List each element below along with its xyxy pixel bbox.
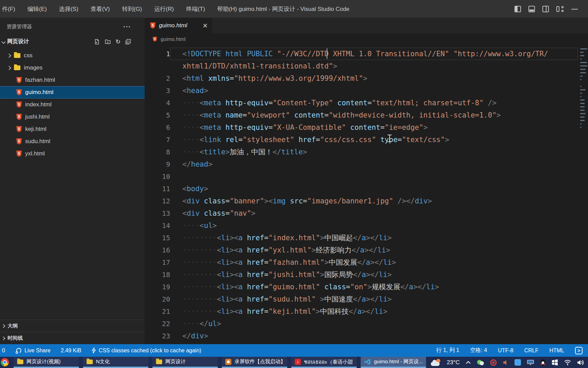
code-line[interactable]: 19········<li><a href="guimo.html" class… xyxy=(145,281,588,293)
taskbar-button[interactable]: 网页设计 xyxy=(152,357,218,368)
code-area[interactable]: 1<!DOCTYPE html PUBLIC "-//W3C//DTD XHTM… xyxy=(145,45,588,344)
code-line[interactable]: 2<html xmlns="http://www.w3.org/1999/xht… xyxy=(145,72,588,85)
tree-item[interactable]: images xyxy=(0,62,145,74)
tree-item[interactable]: sudu.html xyxy=(0,135,145,148)
toggle-panel-icon[interactable] xyxy=(528,6,535,12)
menu-item[interactable]: 运行(R) xyxy=(154,5,174,13)
toggle-secondary-sidebar-icon[interactable] xyxy=(542,6,549,12)
status-item[interactable]: 行 1, 列 1 xyxy=(436,347,459,354)
html-file-icon xyxy=(150,22,156,29)
sidebar-section-timeline[interactable]: 时间线 xyxy=(0,332,145,344)
temperature-label[interactable]: 23°C xyxy=(447,359,460,366)
file-tree: cssimagesfazhan.htmlguimo.htmlindex.html… xyxy=(0,48,145,160)
minimap[interactable] xyxy=(579,46,588,344)
new-file-icon[interactable] xyxy=(94,39,100,45)
taskbar-button[interactable]: guimo.html - 网页设... xyxy=(361,357,426,368)
code-line[interactable]: 9</head> xyxy=(145,158,588,170)
line-number: 6 xyxy=(145,121,170,134)
code-line[interactable]: 18········<li><a href="jushi.html">国际局势<… xyxy=(145,269,588,281)
code-line[interactable]: 23</div> xyxy=(145,330,588,342)
code-line[interactable]: 1<!DOCTYPE html PUBLIC "-//W3C//DTD XHTM… xyxy=(145,48,588,60)
mouse-ibeam-pointer xyxy=(387,134,392,143)
notes-app-icon[interactable] xyxy=(514,359,521,366)
code-text: ····<ul> xyxy=(170,219,578,232)
html-file-icon xyxy=(153,36,157,41)
volume-icon[interactable] xyxy=(577,359,584,366)
more-actions-icon[interactable]: ··· xyxy=(123,23,131,31)
tree-item[interactable]: keji.html xyxy=(0,123,145,135)
collapse-all-icon[interactable] xyxy=(125,39,131,45)
tray-expand-icon[interactable] xyxy=(466,361,471,364)
taskbar-button[interactable]: 网页设计(视频) xyxy=(14,357,79,368)
code-line[interactable]: 10 xyxy=(145,170,588,183)
tab-guimo[interactable]: guimo.html ✕ xyxy=(145,18,212,33)
wifi-icon[interactable] xyxy=(564,359,571,365)
defender-icon[interactable] xyxy=(552,359,558,366)
customize-layout-icon[interactable] xyxy=(556,6,564,12)
minimize-button[interactable] xyxy=(571,6,578,12)
tree-item[interactable]: jushi.html xyxy=(0,111,145,123)
code-line[interactable]: 17········<li><a href="fazhan.html">中国发展… xyxy=(145,256,588,269)
status-item[interactable]: Live Share xyxy=(15,347,51,354)
refresh-icon[interactable]: ↻ xyxy=(116,39,120,45)
code-line[interactable]: 4····<meta http-equiv="Content-Type" con… xyxy=(145,97,588,109)
code-line[interactable]: xhtml1/DTD/xhtml1-transitional.dtd"> xyxy=(145,60,588,72)
tree-item[interactable]: yxl.html xyxy=(0,148,145,160)
menu-item[interactable]: 件(F) xyxy=(2,5,15,13)
status-item[interactable]: 0 xyxy=(2,348,5,354)
chevron-right-icon xyxy=(1,324,5,328)
menu-item[interactable]: 终端(T) xyxy=(186,5,205,13)
code-line[interactable]: 16········<li><a href="yxl.html">经济影响力</… xyxy=(145,244,588,256)
code-line[interactable]: 5····<meta name="viewport" content="widt… xyxy=(145,109,588,121)
menu-item[interactable]: 转到(G) xyxy=(122,5,142,13)
code-line[interactable]: 6····<meta http-equiv="X-UA-Compatible" … xyxy=(145,121,588,134)
code-line[interactable]: 21········<li><a href="keji.html">中国科技</… xyxy=(145,305,588,318)
code-line[interactable]: 7····<link rel="stylesheet" href="css/cs… xyxy=(145,134,588,146)
menu-item[interactable]: 选择(S) xyxy=(59,5,78,13)
menu-item[interactable]: 查看(V) xyxy=(91,5,110,13)
taskbar-button[interactable]: N文化 xyxy=(83,357,148,368)
sidebar-section-outline[interactable]: 大纲 xyxy=(0,320,145,332)
code-line[interactable]: 12<div class="banner"><img src="images/b… xyxy=(145,195,588,207)
wechat-icon[interactable] xyxy=(477,359,484,366)
code-line[interactable]: 13<div class="nav"> xyxy=(145,207,588,219)
status-item[interactable]: CSS classes cached (click to cache again… xyxy=(92,347,201,354)
code-line[interactable]: 3<head> xyxy=(145,85,588,97)
qq-icon[interactable] xyxy=(540,359,546,366)
status-item[interactable]: 2.49 KiB xyxy=(61,348,81,354)
taskbar-button[interactable]: 录屏软件【点我启动】 xyxy=(222,357,287,368)
tree-item[interactable]: fazhan.html xyxy=(0,74,145,86)
code-line[interactable]: 14····<ul> xyxy=(145,219,588,232)
html-file-icon xyxy=(16,114,22,120)
code-text: ····<title>加油，中国！</title> xyxy=(170,146,578,158)
code-text: <!DOCTYPE html PUBLIC "-//W3C//DTD XHTML… xyxy=(170,48,578,60)
remote-indicator-icon[interactable]: > xyxy=(575,347,583,354)
code-line[interactable]: 20········<li><a href="sudu.html" >中国速度<… xyxy=(145,293,588,305)
close-icon[interactable]: ✕ xyxy=(202,22,208,30)
status-label: 0 xyxy=(2,348,5,354)
new-folder-icon[interactable] xyxy=(105,39,111,45)
line-number: 3 xyxy=(145,85,170,97)
code-line[interactable]: 15········<li><a href="index.html">中国崛起<… xyxy=(145,232,588,244)
audio-alert-icon[interactable] xyxy=(503,359,509,366)
record-icon[interactable] xyxy=(490,359,497,366)
projector-icon[interactable] xyxy=(527,359,534,366)
status-item[interactable]: HTML xyxy=(549,348,564,354)
menu-item[interactable]: 编辑(E) xyxy=(28,5,47,13)
chrome-icon[interactable] xyxy=(1,358,9,366)
tree-item[interactable]: index.html xyxy=(0,98,145,111)
breadcrumb[interactable]: guimo.html xyxy=(145,33,588,45)
status-item[interactable]: UTF-8 xyxy=(498,348,513,354)
taskbar-button[interactable]: ♪ชอบเธออะ（泰语小甜... xyxy=(291,357,357,368)
status-item[interactable]: 空格: 4 xyxy=(470,347,487,354)
code-line[interactable]: 11<body> xyxy=(145,183,588,195)
tree-item[interactable]: guimo.html xyxy=(0,86,145,98)
workspace-section-header[interactable]: 网页设计 ↻ xyxy=(0,35,145,48)
weather-icon[interactable] xyxy=(431,359,441,366)
tree-item[interactable]: css xyxy=(0,49,145,62)
code-line[interactable]: 8····<title>加油，中国！</title> xyxy=(145,146,588,158)
code-line[interactable]: 22····</ul> xyxy=(145,318,588,330)
status-item[interactable]: CRLF xyxy=(524,348,539,354)
toggle-sidebar-icon[interactable] xyxy=(514,6,521,12)
menu-item[interactable]: 帮助(H) xyxy=(217,5,237,13)
